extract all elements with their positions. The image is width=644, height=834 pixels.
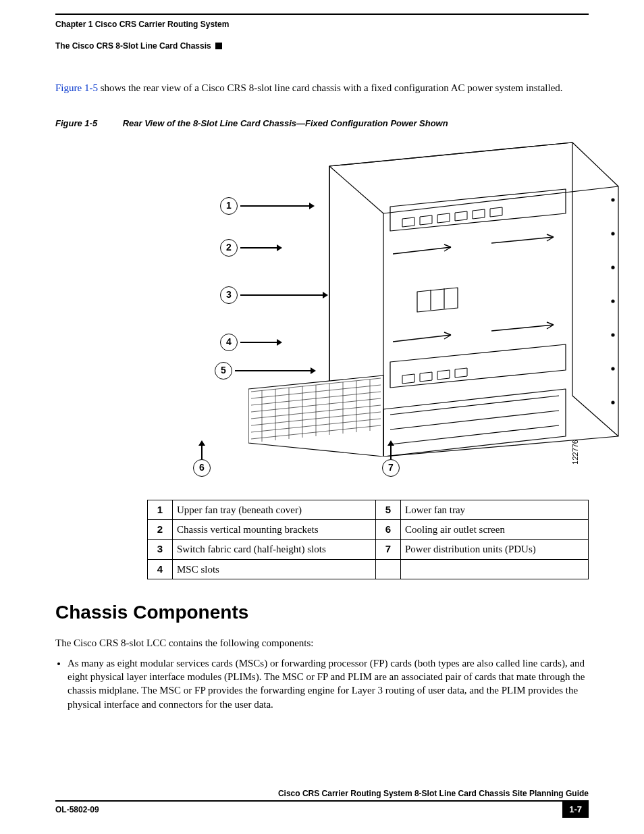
figure-xref-link[interactable]: Figure 1-5 xyxy=(55,82,98,93)
header-left: Chapter 1 Cisco CRS Carrier Routing Syst… xyxy=(55,19,229,30)
section-lead: The Cisco CRS 8-slot LCC contains the fo… xyxy=(55,636,589,650)
legend-key: 6 xyxy=(376,520,401,540)
bullet-list: As many as eight modular services cards … xyxy=(55,656,589,711)
svg-point-1 xyxy=(612,232,614,235)
table-row: 2 Chassis vertical mounting brackets 6 C… xyxy=(148,520,589,540)
callout-bubble: 2 xyxy=(220,239,238,257)
legend-text: Switch fabric card (half-height) slots xyxy=(173,540,376,559)
svg-point-6 xyxy=(612,401,614,404)
callout-bubble: 3 xyxy=(220,286,238,304)
legend-key: 2 xyxy=(148,520,173,540)
figure-illustration: 1 2 3 4 5 6 xyxy=(147,139,589,477)
legend-text: MSC slots xyxy=(173,559,376,579)
legend-key: 4 xyxy=(148,559,173,579)
svg-point-2 xyxy=(612,266,614,269)
header-right: The Cisco CRS 8-Slot Line Card Chassis xyxy=(55,41,211,51)
header-marker-icon xyxy=(215,43,222,49)
callout-bubble: 1 xyxy=(220,197,238,215)
legend-text: Cooling air outlet screen xyxy=(401,520,589,540)
svg-point-0 xyxy=(612,199,614,201)
callout-5: 5 xyxy=(215,362,316,380)
svg-point-5 xyxy=(612,367,614,370)
callout-1: 1 xyxy=(220,197,315,215)
callout-bubble: 6 xyxy=(193,459,211,477)
legend-key xyxy=(376,559,401,579)
legend-text: Upper fan tray (beneath cover) xyxy=(173,500,376,519)
figure-number: Figure 1-5 xyxy=(55,118,120,130)
callout-3: 3 xyxy=(220,286,328,304)
figure-caption: Figure 1-5 Rear View of the 8-Slot Line … xyxy=(55,118,589,130)
svg-point-3 xyxy=(612,300,614,303)
table-row: 3 Switch fabric card (half-height) slots… xyxy=(148,540,589,559)
page: Chapter 1 Cisco CRS Carrier Routing Syst… xyxy=(0,0,644,834)
legend-key: 7 xyxy=(376,540,401,559)
intro-text: shows the rear view of a Cisco CRS 8-slo… xyxy=(98,82,563,93)
callout-2: 2 xyxy=(220,239,282,257)
table-row: 1 Upper fan tray (beneath cover) 5 Lower… xyxy=(148,500,589,519)
legend-text: Power distribution units (PDUs) xyxy=(401,540,589,559)
callout-legend-table: 1 Upper fan tray (beneath cover) 5 Lower… xyxy=(147,500,589,579)
callout-bubble: 5 xyxy=(215,362,232,380)
list-item: As many as eight modular services cards … xyxy=(68,656,589,711)
table-row: 4 MSC slots xyxy=(148,559,589,579)
figure-image-number: 122776 xyxy=(570,440,581,465)
legend-text: Chassis vertical mounting brackets xyxy=(173,520,376,540)
callout-bubble: 4 xyxy=(220,334,238,351)
footer-page-number: 1-7 xyxy=(562,802,589,818)
callout-bubble: 7 xyxy=(382,459,400,477)
content-area: Figure 1-5 shows the rear view of a Cisc… xyxy=(55,81,589,715)
svg-point-4 xyxy=(612,334,614,336)
page-footer: Cisco CRS Carrier Routing System 8-Slot … xyxy=(55,788,589,818)
callout-7: 7 xyxy=(382,440,400,477)
legend-key: 3 xyxy=(148,540,173,559)
legend-text xyxy=(401,559,589,579)
legend-text: Lower fan tray xyxy=(401,500,589,519)
intro-paragraph: Figure 1-5 shows the rear view of a Cisc… xyxy=(55,81,589,95)
running-header: Chapter 1 Cisco CRS Carrier Routing Syst… xyxy=(55,14,589,51)
legend-key: 5 xyxy=(376,500,401,519)
callout-4: 4 xyxy=(220,334,282,351)
callout-6: 6 xyxy=(193,440,211,477)
legend-key: 1 xyxy=(148,500,173,519)
footer-doc-number: OL-5802-09 xyxy=(55,802,562,818)
footer-doc-title: Cisco CRS Carrier Routing System 8-Slot … xyxy=(55,788,589,799)
section-heading: Chassis Components xyxy=(55,600,589,625)
figure-title: Rear View of the 8-Slot Line Card Chassi… xyxy=(123,118,448,128)
